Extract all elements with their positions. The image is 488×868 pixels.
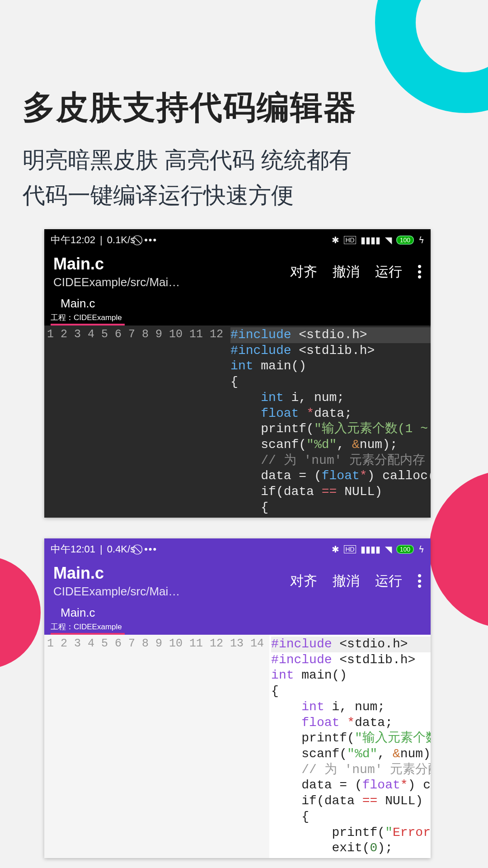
- file-title: Main.c: [53, 564, 180, 583]
- status-sep: |: [100, 543, 103, 555]
- file-path: CIDEExample/src/Mai…: [53, 585, 180, 599]
- hd-icon: HD: [344, 545, 356, 553]
- status-bar: 中午12:02 | 0.1K/s ⃠ ••• ✱ HD ▮▮▮▮ ◥ 100 ϟ: [44, 229, 431, 251]
- run-button[interactable]: 运行: [375, 572, 402, 590]
- status-time: 中午12:02: [51, 233, 95, 247]
- run-button[interactable]: 运行: [375, 263, 402, 281]
- promo-title: 多皮肤支持代码编辑器: [23, 86, 465, 129]
- tab-file[interactable]: Main.c: [61, 606, 431, 620]
- undo-button[interactable]: 撤消: [333, 263, 360, 281]
- promo-line1: 明亮暗黑皮肤 高亮代码 统统都有: [23, 143, 465, 178]
- align-button[interactable]: 对齐: [290, 572, 317, 590]
- project-label: 工程：CIDEExample: [51, 312, 125, 326]
- app-bar: Main.c CIDEExample/src/Mai… 对齐 撤消 运行 •••: [44, 560, 431, 603]
- decoration-circle-l: [0, 556, 41, 669]
- undo-button[interactable]: 撤消: [333, 572, 360, 590]
- status-more-icon: •••: [144, 234, 157, 246]
- screenshot-dark: 中午12:02 | 0.1K/s ⃠ ••• ✱ HD ▮▮▮▮ ◥ 100 ϟ: [44, 229, 431, 518]
- decoration-circle-r: [429, 470, 488, 628]
- charging-icon: ϟ: [418, 235, 424, 245]
- file-title: Main.c: [53, 255, 180, 274]
- status-more-icon: •••: [144, 543, 157, 555]
- battery-indicator: 100: [396, 236, 414, 245]
- align-button[interactable]: 对齐: [290, 263, 317, 281]
- file-path: CIDEExample/src/Mai…: [53, 275, 180, 289]
- status-net: 0.4K/s: [107, 543, 135, 555]
- tab-bar: Main.c 工程：CIDEExample: [44, 603, 431, 635]
- status-net: 0.1K/s: [107, 234, 135, 246]
- editor-light[interactable]: 1 2 3 4 5 6 7 8 9 10 11 12 13 14 #includ…: [44, 635, 431, 858]
- screenshot-light: 中午12:01 | 0.4K/s ⃠ ••• ✱ HD ▮▮▮▮ ◥ 100 ϟ: [44, 538, 431, 858]
- signal-icon: ▮▮▮▮: [361, 235, 380, 245]
- wifi-icon: ◥: [385, 235, 392, 245]
- tab-bar: Main.c 工程：CIDEExample: [44, 294, 431, 326]
- signal-icon: ▮▮▮▮: [361, 544, 380, 555]
- more-menu-icon[interactable]: •••: [418, 573, 422, 589]
- charging-icon: ϟ: [418, 544, 424, 555]
- status-sep: |: [100, 234, 103, 246]
- status-bar: 中午12:01 | 0.4K/s ⃠ ••• ✱ HD ▮▮▮▮ ◥ 100 ϟ: [44, 538, 431, 560]
- app-bar: Main.c CIDEExample/src/Mai… 对齐 撤消 运行 •••: [44, 251, 431, 294]
- status-time: 中午12:01: [51, 542, 95, 556]
- gutter: 1 2 3 4 5 6 7 8 9 10 11 12: [44, 326, 229, 518]
- bluetooth-icon: ✱: [332, 544, 339, 555]
- hd-icon: HD: [344, 236, 356, 244]
- code-lines[interactable]: #include <stdio.h>#include <stdlib.h> in…: [269, 635, 431, 858]
- more-menu-icon[interactable]: •••: [418, 264, 422, 280]
- bluetooth-icon: ✱: [332, 235, 339, 245]
- code-lines[interactable]: #include <stdio.h>#include <stdlib.h> in…: [229, 326, 431, 518]
- project-label: 工程：CIDEExample: [51, 622, 125, 635]
- wifi-icon: ◥: [385, 544, 392, 555]
- gutter: 1 2 3 4 5 6 7 8 9 10 11 12 13 14: [44, 635, 269, 858]
- editor-dark[interactable]: 1 2 3 4 5 6 7 8 9 10 11 12 #include <std…: [44, 326, 431, 518]
- battery-indicator: 100: [396, 545, 414, 554]
- tab-file[interactable]: Main.c: [61, 297, 431, 311]
- promo-line2: 代码一键编译运行快速方便: [23, 178, 465, 213]
